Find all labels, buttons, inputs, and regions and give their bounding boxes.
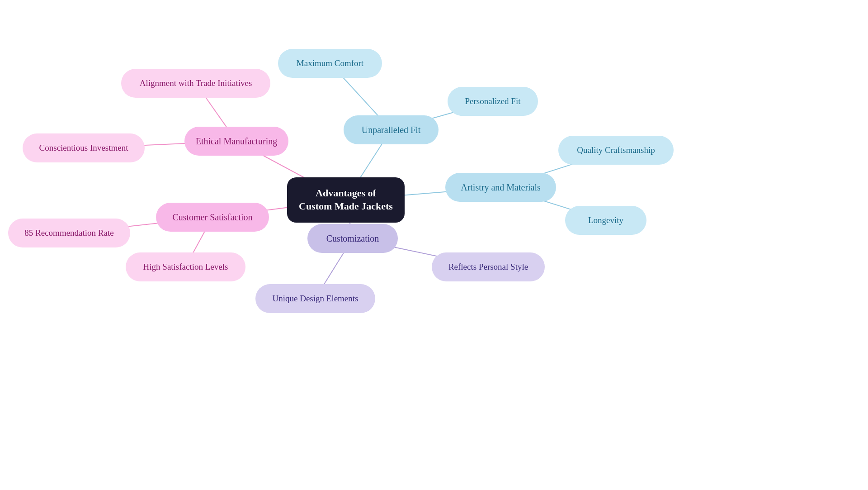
- unparalleled-fit-label: Unparalleled Fit: [362, 124, 421, 136]
- customization-label: Customization: [326, 233, 379, 244]
- high-satisfaction-node: High Satisfaction Levels: [126, 252, 245, 281]
- conscientious-investment-node: Conscientious Investment: [23, 133, 145, 162]
- recommendation-rate-label: 85 Recommendation Rate: [24, 228, 113, 239]
- ethical-manufacturing-node: Ethical Manufacturing: [184, 127, 288, 156]
- longevity-node: Longevity: [565, 206, 646, 235]
- ethical-manufacturing-label: Ethical Manufacturing: [196, 135, 278, 147]
- center-label: Advantages of Custom Made Jackets: [298, 187, 394, 213]
- quality-craftsmanship-label: Quality Craftsmanship: [577, 145, 655, 156]
- unique-design-elements-node: Unique Design Elements: [255, 284, 375, 313]
- personalized-fit-node: Personalized Fit: [448, 87, 538, 116]
- high-satisfaction-label: High Satisfaction Levels: [143, 262, 228, 273]
- artistry-materials-node: Artistry and Materials: [445, 173, 556, 202]
- maximum-comfort-node: Maximum Comfort: [278, 49, 382, 78]
- recommendation-rate-node: 85 Recommendation Rate: [8, 219, 130, 247]
- maximum-comfort-label: Maximum Comfort: [297, 58, 363, 69]
- customer-satisfaction-node: Customer Satisfaction: [156, 203, 269, 232]
- center-node: Advantages of Custom Made Jackets: [287, 177, 405, 223]
- longevity-label: Longevity: [588, 215, 623, 226]
- reflects-personal-style-node: Reflects Personal Style: [432, 252, 545, 281]
- reflects-personal-style-label: Reflects Personal Style: [448, 262, 528, 273]
- artistry-materials-label: Artistry and Materials: [461, 181, 541, 193]
- customization-node: Customization: [307, 224, 398, 253]
- alignment-trade-label: Alignment with Trade Initiatives: [140, 78, 252, 89]
- conscientious-investment-label: Conscientious Investment: [39, 143, 128, 154]
- personalized-fit-label: Personalized Fit: [465, 96, 521, 107]
- customer-satisfaction-label: Customer Satisfaction: [172, 211, 252, 223]
- unique-design-elements-label: Unique Design Elements: [273, 293, 359, 304]
- unparalleled-fit-node: Unparalleled Fit: [344, 115, 439, 144]
- alignment-trade-node: Alignment with Trade Initiatives: [121, 69, 270, 98]
- quality-craftsmanship-node: Quality Craftsmanship: [558, 136, 674, 165]
